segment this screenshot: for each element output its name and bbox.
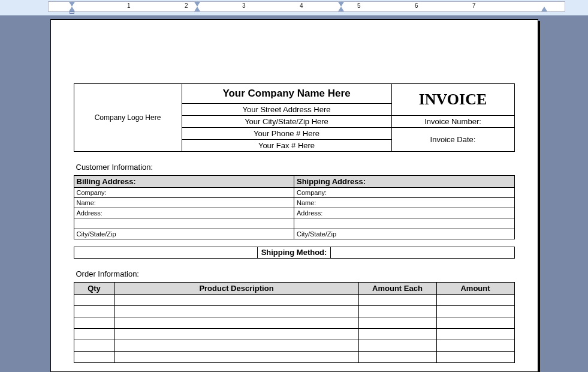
city-text: Your City/State/Zip Here — [245, 117, 328, 126]
label: City/State/Zip — [297, 230, 336, 238]
invoice-title-text: INVOICE — [419, 91, 487, 108]
phone-text: Your Phone # Here — [254, 129, 319, 138]
company-name-text: Your Company Name Here — [222, 88, 350, 99]
tab-marker-2[interactable] — [338, 2, 344, 7]
shipping-address-cell[interactable]: Address: — [294, 208, 515, 218]
invoice-number-label: Invoice Number: — [424, 117, 481, 126]
invoice-date-cell[interactable]: Invoice Date: — [391, 128, 514, 152]
shipping-header: Shipping Address: — [294, 176, 515, 188]
col-amount: Amount — [436, 283, 514, 295]
tab-marker-2-bottom[interactable] — [338, 7, 344, 11]
col-description: Product Description — [114, 283, 358, 295]
ruler-num: 4 — [300, 2, 303, 9]
shipping-company-cell[interactable]: Company: — [294, 188, 515, 198]
shipping-method-label: Shipping Method: — [257, 247, 331, 259]
invoice-number-cell[interactable]: Invoice Number: — [391, 116, 514, 128]
street-text: Your Street Address Here — [243, 105, 331, 114]
billing-header: Billing Address: — [74, 176, 294, 188]
logo-placeholder-cell[interactable]: Company Logo Here — [74, 84, 182, 152]
billing-address2-cell[interactable] — [74, 218, 294, 229]
left-indent-box[interactable] — [70, 11, 74, 14]
first-line-indent-marker[interactable] — [69, 2, 75, 7]
ruler-num: 3 — [242, 2, 246, 9]
invoice-date-label: Invoice Date: — [430, 135, 476, 144]
document-canvas: Company Logo Here Your Company Name Here… — [0, 16, 588, 372]
order-row[interactable] — [74, 306, 514, 317]
billing-company-cell[interactable]: Company: — [74, 188, 294, 198]
street-cell[interactable]: Your Street Address Here — [182, 104, 391, 116]
shipping-address2-cell[interactable] — [294, 218, 515, 229]
ruler-num: 7 — [472, 2, 476, 9]
label: City/State/Zip — [77, 230, 116, 238]
label: Company: — [297, 189, 327, 196]
address-table: Billing Address: Shipping Address: Compa… — [74, 175, 515, 239]
order-row[interactable] — [74, 317, 514, 329]
label: Name: — [77, 199, 96, 206]
city-cell[interactable]: Your City/State/Zip Here — [182, 116, 391, 128]
billing-csz-cell[interactable]: City/State/Zip — [74, 229, 294, 239]
header-table: Company Logo Here Your Company Name Here… — [74, 83, 515, 152]
order-row[interactable] — [74, 352, 514, 363]
shipping-method-value[interactable] — [331, 247, 514, 259]
order-row[interactable] — [74, 340, 514, 352]
order-table: Qty Product Description Amount Each Amou… — [74, 282, 515, 363]
label: Address: — [297, 209, 322, 217]
col-each: Amount Each — [358, 283, 436, 295]
horizontal-ruler[interactable]: 1 2 3 4 5 6 7 — [48, 1, 565, 12]
phone-cell[interactable]: Your Phone # Here — [182, 128, 391, 140]
tab-marker-1[interactable] — [194, 2, 200, 7]
shipping-method-blank-left[interactable] — [74, 247, 257, 259]
order-row[interactable] — [74, 295, 514, 306]
order-row[interactable] — [74, 329, 514, 340]
ruler-num: 1 — [127, 2, 131, 9]
ruler-num: 5 — [357, 2, 361, 9]
billing-address-cell[interactable]: Address: — [74, 208, 294, 218]
label: Address: — [77, 209, 102, 217]
customer-section-label: Customer Information: — [76, 163, 515, 172]
col-qty: Qty — [74, 283, 114, 295]
document-page[interactable]: Company Logo Here Your Company Name Here… — [50, 19, 538, 372]
shipping-csz-cell[interactable]: City/State/Zip — [294, 229, 515, 239]
company-name-cell[interactable]: Your Company Name Here — [182, 84, 391, 104]
label: Name: — [297, 199, 316, 206]
ruler-bar: 1 2 3 4 5 6 7 — [0, 0, 588, 16]
ruler-num: 6 — [415, 2, 418, 9]
billing-name-cell[interactable]: Name: — [74, 198, 294, 208]
shipping-method-row: Shipping Method: — [74, 247, 515, 259]
shipping-name-cell[interactable]: Name: — [294, 198, 515, 208]
fax-cell[interactable]: Your Fax # Here — [182, 140, 391, 152]
invoice-title-cell: INVOICE — [391, 84, 514, 116]
logo-placeholder-text: Company Logo Here — [95, 113, 161, 122]
tab-marker-1-bottom[interactable] — [194, 7, 200, 11]
hanging-indent-marker[interactable] — [69, 7, 75, 11]
ruler-num: 2 — [185, 2, 188, 9]
fax-text: Your Fax # Here — [258, 141, 315, 150]
right-indent-marker[interactable] — [541, 7, 547, 11]
order-section-label: Order Information: — [76, 269, 515, 278]
label: Company: — [77, 189, 107, 196]
